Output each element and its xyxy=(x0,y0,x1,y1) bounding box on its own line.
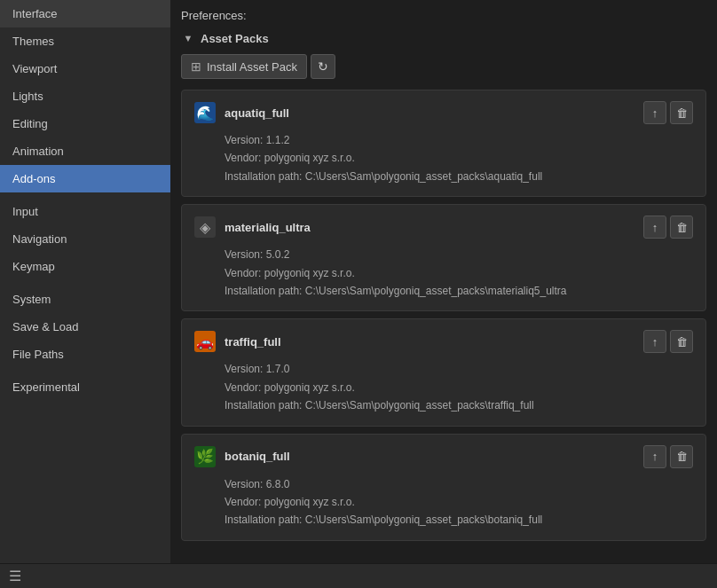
section-title: Asset Packs xyxy=(201,32,269,45)
traffiq-path: Installation path: C:\Users\Sam\polygoni… xyxy=(225,396,693,414)
refresh-icon: ↻ xyxy=(318,59,328,74)
asset-card-materialiq: ◈ materialiq_ultra ↑ 🗑 Version: 5.0.2 Ve… xyxy=(181,204,706,311)
sidebar-item-lights[interactable]: Lights xyxy=(0,82,170,110)
sidebar-item-input[interactable]: Input xyxy=(0,198,170,225)
aquatiq-vendor: Vendor: polygoniq xyz s.r.o. xyxy=(225,149,693,167)
botaniq-version: Version: 6.8.0 xyxy=(225,475,693,493)
aquatiq-icon: 🌊 xyxy=(194,102,216,123)
asset-card-aquatiq: 🌊 aquatiq_full ↑ 🗑 Version: 1.1.2 Vendor… xyxy=(181,90,706,197)
asset-card-header: ◈ materialiq_ultra ↑ 🗑 xyxy=(194,216,693,239)
materialiq-info: Version: 5.0.2 Vendor: polygoniq xyz s.r… xyxy=(194,246,693,300)
asset-card-botaniq: 🌿 botaniq_full ↑ 🗑 Version: 6.8.0 Vendor… xyxy=(181,434,706,541)
botaniq-name: botaniq_full xyxy=(225,450,290,463)
sidebar-item-animation[interactable]: Animation xyxy=(0,137,170,165)
aquatiq-delete-button[interactable]: 🗑 xyxy=(670,101,693,124)
materialiq-path: Installation path: C:\Users\Sam\polygoni… xyxy=(225,282,693,300)
sidebar-item-save-load[interactable]: Save & Load xyxy=(0,313,170,341)
sidebar-item-interface[interactable]: Interface xyxy=(0,0,170,27)
traffiq-delete-button[interactable]: 🗑 xyxy=(670,330,693,353)
sidebar-item-file-paths[interactable]: File Paths xyxy=(0,341,170,368)
botaniq-delete-button[interactable]: 🗑 xyxy=(670,445,693,468)
aquatiq-version: Version: 1.1.2 xyxy=(225,131,693,149)
aquatiq-upload-button[interactable]: ↑ xyxy=(643,101,666,124)
sidebar-item-add-ons[interactable]: Add-ons xyxy=(0,165,170,192)
preferences-title: Preferences: xyxy=(181,9,706,22)
asset-card-traffiq: 🚗 traffiq_full ↑ 🗑 Version: 1.7.0 Vendor… xyxy=(181,318,706,426)
install-icon: ⊞ xyxy=(191,59,201,74)
traffiq-upload-button[interactable]: ↑ xyxy=(643,330,666,353)
section-header: ▼ Asset Packs xyxy=(181,31,706,45)
botaniq-vendor: Vendor: polygoniq xyz s.r.o. xyxy=(225,493,693,511)
materialiq-name: materialiq_ultra xyxy=(225,221,311,234)
bottom-bar: ☰ xyxy=(0,563,717,588)
sidebar: Interface Themes Viewport Lights Editing… xyxy=(0,0,170,563)
sidebar-item-experimental[interactable]: Experimental xyxy=(0,373,170,401)
botaniq-icon: 🌿 xyxy=(194,446,216,467)
traffiq-version: Version: 1.7.0 xyxy=(225,360,693,378)
botaniq-upload-button[interactable]: ↑ xyxy=(643,445,666,468)
materialiq-icon: ◈ xyxy=(194,216,216,238)
refresh-button[interactable]: ↻ xyxy=(311,54,335,79)
main-content: Preferences: ▼ Asset Packs ⊞ Install Ass… xyxy=(170,0,717,563)
traffiq-icon: 🚗 xyxy=(194,331,216,352)
toolbar: ⊞ Install Asset Pack ↻ xyxy=(181,54,706,79)
sidebar-item-navigation[interactable]: Navigation xyxy=(0,225,170,253)
aquatiq-name: aquatiq_full xyxy=(225,106,289,120)
materialiq-vendor: Vendor: polygoniq xyz s.r.o. xyxy=(225,264,693,282)
section-toggle-icon[interactable]: ▼ xyxy=(181,31,195,45)
traffiq-name: traffiq_full xyxy=(225,335,281,349)
aquatiq-path: Installation path: C:\Users\Sam\polygoni… xyxy=(225,168,693,185)
asset-cards-container: 🌊 aquatiq_full ↑ 🗑 Version: 1.1.2 Vendor… xyxy=(181,90,706,541)
botaniq-path: Installation path: C:\Users\Sam\polygoni… xyxy=(225,511,693,529)
asset-card-header: 🌿 botaniq_full ↑ 🗑 xyxy=(194,445,693,468)
materialiq-delete-button[interactable]: 🗑 xyxy=(670,216,693,239)
hamburger-menu-icon[interactable]: ☰ xyxy=(9,568,21,584)
botaniq-info: Version: 6.8.0 Vendor: polygoniq xyz s.r… xyxy=(194,475,693,529)
install-button-label: Install Asset Pack xyxy=(207,60,297,74)
sidebar-item-viewport[interactable]: Viewport xyxy=(0,55,170,82)
materialiq-version: Version: 5.0.2 xyxy=(225,246,693,263)
traffiq-vendor: Vendor: polygoniq xyz s.r.o. xyxy=(225,379,693,396)
aquatiq-info: Version: 1.1.2 Vendor: polygoniq xyz s.r… xyxy=(194,131,693,185)
sidebar-item-themes[interactable]: Themes xyxy=(0,27,170,55)
traffiq-info: Version: 1.7.0 Vendor: polygoniq xyz s.r… xyxy=(194,360,693,414)
materialiq-upload-button[interactable]: ↑ xyxy=(643,216,666,239)
sidebar-item-keymap[interactable]: Keymap xyxy=(0,253,170,280)
install-asset-pack-button[interactable]: ⊞ Install Asset Pack xyxy=(181,54,307,79)
asset-card-header: 🌊 aquatiq_full ↑ 🗑 xyxy=(194,101,693,124)
asset-card-header: 🚗 traffiq_full ↑ 🗑 xyxy=(194,330,693,353)
sidebar-item-system[interactable]: System xyxy=(0,286,170,313)
sidebar-item-editing[interactable]: Editing xyxy=(0,110,170,137)
